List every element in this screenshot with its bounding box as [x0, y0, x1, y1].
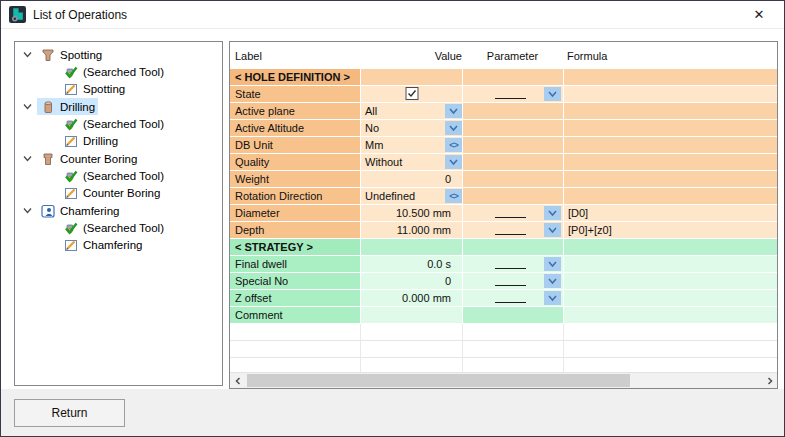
tree-item-searched-tool-child[interactable]: (Searched Tool)	[16, 220, 221, 237]
cell-value[interactable]: 0	[361, 171, 462, 187]
horizontal-scrollbar[interactable]	[230, 372, 777, 388]
value-text: 0	[361, 273, 462, 289]
cell-formula[interactable]: [D0]	[564, 205, 777, 221]
edit-operation-icon	[63, 81, 79, 97]
tree-item-drilling-child[interactable]: Drilling	[16, 133, 221, 150]
tree-item-spotting-child[interactable]: Spotting	[16, 81, 221, 98]
state-checkbox[interactable]	[405, 87, 418, 100]
cell-parameter[interactable]	[463, 290, 563, 306]
cell-value[interactable]: 10.500 mm	[361, 205, 462, 221]
cell-formula	[564, 120, 777, 136]
dialog-title: List of Operations	[33, 8, 127, 22]
cell-label: State	[230, 86, 360, 102]
edit-operation-icon	[63, 133, 79, 149]
close-icon[interactable]: ✕	[744, 1, 774, 27]
cell-value[interactable]: All	[361, 103, 462, 119]
cell-parameter[interactable]	[463, 273, 563, 289]
table-row-final-dwell: Final dwell0.0 s	[230, 256, 777, 272]
value-text: 11.000 mm	[361, 222, 462, 238]
cell-formula[interactable]	[564, 290, 777, 306]
tree-item-searched-tool-child[interactable]: (Searched Tool)	[16, 167, 221, 184]
return-button[interactable]: Return	[14, 399, 125, 427]
value-spinner-icon[interactable]: <>	[445, 189, 462, 203]
cell-value[interactable]	[361, 307, 462, 323]
cell-formula[interactable]	[564, 307, 777, 323]
tree-item-chamfering[interactable]: Chamfering	[16, 202, 221, 219]
value-text: 0.0 s	[361, 256, 462, 272]
parameter-dropdown-icon[interactable]	[544, 206, 561, 220]
cell-parameter	[463, 69, 563, 85]
expand-chevron-icon[interactable]	[22, 101, 33, 112]
scrollbar-thumb[interactable]	[247, 374, 630, 387]
cell-formula	[564, 69, 777, 85]
tree-item-label: Chamfering	[60, 205, 119, 217]
tree-item-counter-boring-child[interactable]: Counter Boring	[16, 185, 221, 202]
cell-formula[interactable]	[564, 86, 777, 102]
cell-parameter	[463, 171, 563, 187]
cell-label: Rotation Direction	[230, 188, 360, 204]
section-row-strategy: < STRATEGY >	[230, 239, 777, 255]
cell-formula[interactable]	[564, 256, 777, 272]
value-dropdown-icon[interactable]	[445, 155, 462, 169]
expand-chevron-icon[interactable]	[22, 153, 33, 164]
expand-chevron-icon[interactable]	[22, 49, 33, 60]
cell-formula	[564, 171, 777, 187]
value-spinner-icon[interactable]: <>	[445, 138, 462, 152]
cell-parameter[interactable]	[463, 205, 563, 221]
table-row-quality: QualityWithout	[230, 154, 777, 170]
column-header-formula: Formula	[563, 50, 777, 62]
cell-value[interactable]: No	[361, 120, 462, 136]
cell-value[interactable]: 0	[361, 273, 462, 289]
parameter-line	[495, 98, 526, 99]
table-header: Label Value Parameter Formula	[230, 42, 777, 69]
cell-value[interactable]	[361, 86, 462, 102]
tree-item-searched-tool-child[interactable]: (Searched Tool)	[16, 115, 221, 132]
cell-label: < HOLE DEFINITION >	[230, 69, 360, 85]
table-row-db-unit: DB UnitMm<>	[230, 137, 777, 153]
cell-value[interactable]: 0.0 s	[361, 256, 462, 272]
searched-tool-icon	[63, 168, 79, 184]
parameter-dropdown-icon[interactable]	[544, 87, 561, 101]
cell-value[interactable]: Undefined<>	[361, 188, 462, 204]
tree-item-searched-tool-child[interactable]: (Searched Tool)	[16, 63, 221, 80]
value-text: No	[361, 120, 444, 136]
cell-parameter[interactable]	[463, 222, 563, 238]
cell-formula[interactable]: [P0]+[z0]	[564, 222, 777, 238]
value-dropdown-icon[interactable]	[445, 121, 462, 135]
cell-value[interactable]: Without	[361, 154, 462, 170]
parameter-dropdown-icon[interactable]	[544, 291, 561, 305]
cell-label: Diameter	[230, 205, 360, 221]
value-text: All	[361, 103, 444, 119]
tree-item-spotting[interactable]: Spotting	[16, 46, 221, 63]
tree-item-label: Counter Boring	[60, 153, 137, 165]
cell-value[interactable]: 11.000 mm	[361, 222, 462, 238]
tree-item-drilling[interactable]: Drilling	[16, 98, 221, 115]
scroll-left-icon[interactable]	[230, 373, 245, 388]
column-header-value: Value	[365, 50, 462, 62]
cell-parameter[interactable]	[463, 86, 563, 102]
parameter-dropdown-icon[interactable]	[544, 223, 561, 237]
tree-item-chamfering-child[interactable]: Chamfering	[16, 237, 221, 254]
section-row-hole-definition: < HOLE DEFINITION >	[230, 69, 777, 85]
cell-value[interactable]: Mm<>	[361, 137, 462, 153]
parameter-line	[495, 234, 526, 235]
value-text: Mm	[361, 137, 444, 153]
parameter-dropdown-icon[interactable]	[544, 257, 561, 271]
searched-tool-icon	[63, 116, 79, 132]
cell-parameter	[463, 239, 563, 255]
cell-value[interactable]: 0.000 mm	[361, 290, 462, 306]
expand-chevron-icon[interactable]	[22, 205, 33, 216]
cell-formula	[564, 239, 777, 255]
cell-label: Weight	[230, 171, 360, 187]
parameter-line	[495, 285, 526, 286]
cell-formula	[564, 188, 777, 204]
parameter-dropdown-icon[interactable]	[544, 274, 561, 288]
parameter-line	[495, 217, 526, 218]
tree-item-counter-boring[interactable]: Counter Boring	[16, 150, 221, 167]
scroll-right-icon[interactable]	[762, 373, 777, 388]
value-dropdown-icon[interactable]	[445, 104, 462, 118]
cell-parameter[interactable]	[463, 256, 563, 272]
drill-icon	[40, 99, 56, 115]
cell-formula[interactable]	[564, 273, 777, 289]
cell-formula	[564, 137, 777, 153]
